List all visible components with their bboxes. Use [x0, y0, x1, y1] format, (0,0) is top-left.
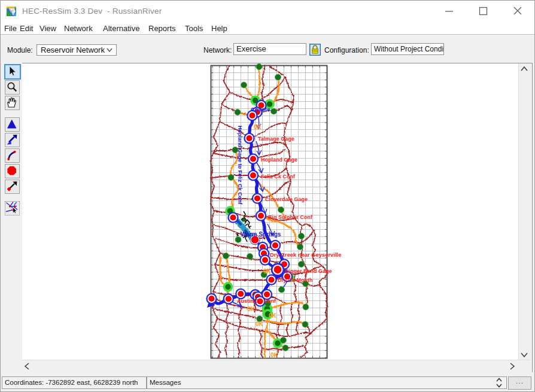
svg-text:Hopland Gage: Hopland Gage — [261, 157, 297, 163]
svg-text:Coyote: Coyote — [251, 106, 270, 113]
svg-text:0K: 0K — [270, 352, 279, 358]
svg-text:Digger Bend Gage: Digger Bend Gage — [285, 268, 332, 274]
svg-text:Hopland Gage to Feliz Ck Conf: Hopland Gage to Feliz Ck Conf — [237, 126, 243, 205]
svg-text:Warm Springs: Warm Springs — [241, 231, 281, 238]
svg-text:Dry Creek near Geyserville: Dry Creek near Geyserville — [270, 251, 341, 258]
svg-text:Dry Ck Mouth: Dry Ck Mouth — [278, 277, 313, 283]
svg-text:0K: 0K — [247, 306, 256, 312]
svg-text:Big Sulphur Conf: Big Sulphur Conf — [268, 214, 313, 220]
svg-text:Feliz Ck Conf: Feliz Ck Conf — [261, 174, 296, 180]
svg-text:0K: 0K — [263, 268, 272, 275]
svg-text:0K: 0K — [256, 321, 264, 327]
svg-text:0K: 0K — [254, 124, 262, 130]
svg-text:Austin Ck Conf: Austin Ck Conf — [237, 298, 276, 304]
svg-text:Talmage Gage: Talmage Gage — [258, 136, 294, 142]
svg-text:Cloverdale Gage: Cloverdale Gage — [265, 196, 308, 202]
svg-text:0K: 0K — [269, 312, 277, 319]
